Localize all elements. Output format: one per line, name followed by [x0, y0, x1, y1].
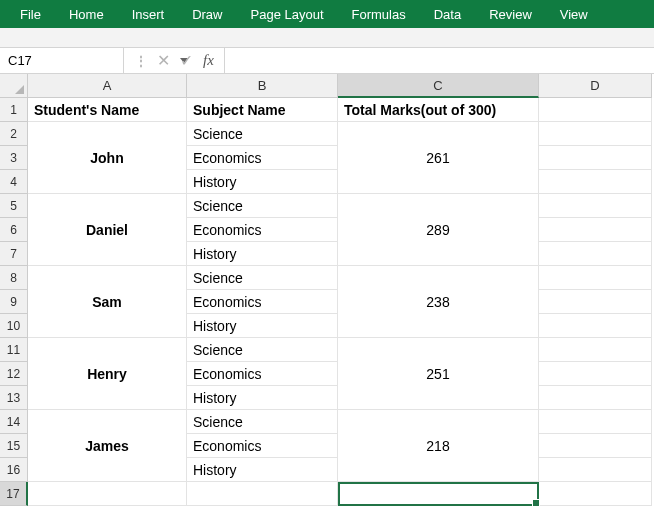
- name-box-wrap[interactable]: [0, 48, 124, 73]
- cell-D8[interactable]: [539, 266, 652, 290]
- cell-B7[interactable]: History: [187, 242, 338, 266]
- row-header-11[interactable]: 11: [0, 338, 28, 362]
- cell-C5-merged[interactable]: 289: [338, 194, 539, 266]
- cell-D3[interactable]: [539, 146, 652, 170]
- cancel-icon[interactable]: ✕: [157, 51, 170, 70]
- formula-bar-row: ⋮ ✕ ✓ fx: [0, 48, 654, 74]
- row-header-3[interactable]: 3: [0, 146, 28, 170]
- cell-B9[interactable]: Economics: [187, 290, 338, 314]
- formula-bar-buttons: ⋮ ✕ ✓ fx: [124, 48, 225, 73]
- row-header-1[interactable]: 1: [0, 98, 28, 122]
- cell-B4[interactable]: History: [187, 170, 338, 194]
- cell-D12[interactable]: [539, 362, 652, 386]
- row-header-4[interactable]: 4: [0, 170, 28, 194]
- cell-A5-merged[interactable]: Daniel: [28, 194, 187, 266]
- col-header-B[interactable]: B: [187, 74, 338, 98]
- cell-D15[interactable]: [539, 434, 652, 458]
- drag-handle-icon: ⋮: [134, 53, 147, 69]
- cell-D17[interactable]: [539, 482, 652, 506]
- cell-D13[interactable]: [539, 386, 652, 410]
- cell-B13[interactable]: History: [187, 386, 338, 410]
- cell-B6[interactable]: Economics: [187, 218, 338, 242]
- row-header-14[interactable]: 14: [0, 410, 28, 434]
- cell-B5[interactable]: Science: [187, 194, 338, 218]
- ribbon-spacer: [0, 28, 654, 48]
- row-header-10[interactable]: 10: [0, 314, 28, 338]
- ribbon-tab-review[interactable]: Review: [475, 0, 546, 28]
- cell-B1[interactable]: Subject Name: [187, 98, 338, 122]
- row-header-9[interactable]: 9: [0, 290, 28, 314]
- cell-D7[interactable]: [539, 242, 652, 266]
- ribbon-tab-file[interactable]: File: [6, 0, 55, 28]
- fx-icon[interactable]: fx: [203, 52, 214, 69]
- cell-B15[interactable]: Economics: [187, 434, 338, 458]
- cell-A11-merged[interactable]: Henry: [28, 338, 187, 410]
- row-header-5[interactable]: 5: [0, 194, 28, 218]
- select-all-corner[interactable]: [0, 74, 28, 98]
- ribbon-tab-insert[interactable]: Insert: [118, 0, 179, 28]
- row-header-17[interactable]: 17: [0, 482, 28, 506]
- spreadsheet-grid[interactable]: A B C D 1 Student's Name Subject Name To…: [0, 74, 654, 506]
- ribbon-tab-formulas[interactable]: Formulas: [338, 0, 420, 28]
- ribbon-tab-draw[interactable]: Draw: [178, 0, 236, 28]
- enter-icon[interactable]: ✓: [180, 51, 193, 70]
- cell-D14[interactable]: [539, 410, 652, 434]
- formula-input[interactable]: [225, 48, 654, 73]
- cell-C11-merged[interactable]: 251: [338, 338, 539, 410]
- cell-A1[interactable]: Student's Name: [28, 98, 187, 122]
- cell-C8-merged[interactable]: 238: [338, 266, 539, 338]
- col-header-C[interactable]: C: [338, 74, 539, 98]
- cell-B17[interactable]: [187, 482, 338, 506]
- cell-B8[interactable]: Science: [187, 266, 338, 290]
- col-header-D[interactable]: D: [539, 74, 652, 98]
- cell-C14-merged[interactable]: 218: [338, 410, 539, 482]
- cell-C17[interactable]: [338, 482, 539, 506]
- cell-B16[interactable]: History: [187, 458, 338, 482]
- cell-B2[interactable]: Science: [187, 122, 338, 146]
- row-header-12[interactable]: 12: [0, 362, 28, 386]
- cell-D16[interactable]: [539, 458, 652, 482]
- cell-B14[interactable]: Science: [187, 410, 338, 434]
- cell-D11[interactable]: [539, 338, 652, 362]
- ribbon-tab-home[interactable]: Home: [55, 0, 118, 28]
- cell-D9[interactable]: [539, 290, 652, 314]
- cell-B3[interactable]: Economics: [187, 146, 338, 170]
- cell-D2[interactable]: [539, 122, 652, 146]
- row-header-8[interactable]: 8: [0, 266, 28, 290]
- cell-D10[interactable]: [539, 314, 652, 338]
- cell-A2-merged[interactable]: John: [28, 122, 187, 194]
- cell-D4[interactable]: [539, 170, 652, 194]
- ribbon: File Home Insert Draw Page Layout Formul…: [0, 0, 654, 28]
- cell-A17[interactable]: [28, 482, 187, 506]
- cell-A14-merged[interactable]: James: [28, 410, 187, 482]
- ribbon-tab-data[interactable]: Data: [420, 0, 475, 28]
- cell-B12[interactable]: Economics: [187, 362, 338, 386]
- row-header-15[interactable]: 15: [0, 434, 28, 458]
- cell-D6[interactable]: [539, 218, 652, 242]
- cell-B11[interactable]: Science: [187, 338, 338, 362]
- cell-A8-merged[interactable]: Sam: [28, 266, 187, 338]
- row-header-7[interactable]: 7: [0, 242, 28, 266]
- row-header-6[interactable]: 6: [0, 218, 28, 242]
- ribbon-tab-view[interactable]: View: [546, 0, 602, 28]
- cell-D5[interactable]: [539, 194, 652, 218]
- cell-C2-merged[interactable]: 261: [338, 122, 539, 194]
- row-header-16[interactable]: 16: [0, 458, 28, 482]
- cell-B10[interactable]: History: [187, 314, 338, 338]
- cell-C1[interactable]: Total Marks(out of 300): [338, 98, 539, 122]
- ribbon-tab-page-layout[interactable]: Page Layout: [237, 0, 338, 28]
- row-header-2[interactable]: 2: [0, 122, 28, 146]
- cell-D1[interactable]: [539, 98, 652, 122]
- row-header-13[interactable]: 13: [0, 386, 28, 410]
- col-header-A[interactable]: A: [28, 74, 187, 98]
